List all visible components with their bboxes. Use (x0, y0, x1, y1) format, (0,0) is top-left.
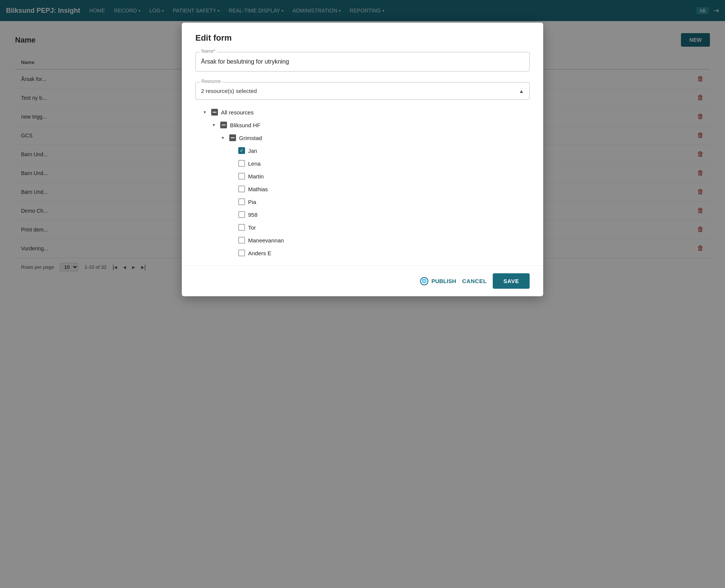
checkbox-bliksund-hf[interactable] (220, 122, 227, 128)
resource-label: Resource (200, 79, 222, 84)
checkbox-all-resources[interactable] (211, 109, 218, 116)
checkbox-maneevannan[interactable] (238, 237, 245, 244)
tree-leaf-anders-e: Anders E (201, 247, 530, 259)
label-grimstad: Grimstad (239, 135, 262, 141)
modal-overlay: Edit form Name* Resource 2 resource(s) s… (0, 0, 725, 588)
label-pia: Pia (248, 199, 256, 205)
label-all-resources: All resources (221, 109, 254, 116)
tree-leaf-tor: Tor (201, 221, 530, 234)
label-958: 958 (248, 212, 257, 218)
tree-node-bliksund-hf: ▾ Bliksund HF (201, 119, 530, 131)
modal-body: Name* Resource 2 resource(s) selected ▲ … (182, 49, 543, 265)
name-label: Name* (200, 49, 217, 54)
globe-icon: 🌐 (420, 277, 428, 285)
label-lena: Lena (248, 160, 260, 167)
checkbox-958[interactable] (238, 211, 245, 218)
name-input[interactable] (195, 52, 530, 72)
tree-leaf-maneevannan: Maneevannan (201, 234, 530, 247)
expand-grimstad-button[interactable]: ▾ (219, 134, 226, 141)
checkbox-martin[interactable] (238, 173, 245, 180)
tree-node-all-resources: ▾ All resources (201, 106, 530, 119)
tree-leaf-jan: Jan (201, 144, 530, 157)
label-anders-e: Anders E (248, 250, 271, 256)
modal-footer: 🌐 PUBLISH CANCEL SAVE (182, 265, 543, 296)
checkbox-pia[interactable] (238, 198, 245, 205)
label-maneevannan: Maneevannan (248, 237, 284, 244)
tree-leaf-958: 958 (201, 208, 530, 221)
resource-dropdown[interactable]: 2 resource(s) selected ▲ (195, 82, 530, 100)
modal-header: Edit form (182, 23, 543, 49)
checkbox-lena[interactable] (238, 160, 245, 167)
save-button[interactable]: SAVE (493, 273, 530, 289)
checkbox-tor[interactable] (238, 224, 245, 231)
name-field-group: Name* (195, 52, 530, 72)
label-mathias: Mathias (248, 186, 268, 192)
cancel-button[interactable]: CANCEL (462, 278, 487, 284)
publish-button[interactable]: 🌐 PUBLISH (420, 277, 456, 285)
tree-leaf-mathias: Mathias (201, 183, 530, 195)
edit-form-modal: Edit form Name* Resource 2 resource(s) s… (182, 23, 543, 296)
modal-title: Edit form (195, 33, 530, 43)
expand-all-resources-button[interactable]: ▾ (201, 109, 208, 116)
checkbox-jan[interactable] (238, 147, 245, 154)
resource-selected-text: 2 resource(s) selected (201, 88, 257, 94)
label-bliksund-hf: Bliksund HF (230, 122, 260, 128)
label-jan: Jan (248, 148, 257, 154)
resource-tree: ▾ All resources ▾ Bliksund HF ▾ Grimstad (195, 103, 530, 265)
tree-leaf-pia: Pia (201, 195, 530, 208)
resource-field-group: Resource 2 resource(s) selected ▲ (195, 82, 530, 100)
checkbox-grimstad[interactable] (229, 134, 236, 141)
tree-node-grimstad: ▾ Grimstad (201, 131, 530, 144)
chevron-up-icon: ▲ (519, 88, 524, 94)
tree-leaf-martin: Martin (201, 170, 530, 183)
label-tor: Tor (248, 224, 256, 231)
expand-bliksund-hf-button[interactable]: ▾ (210, 122, 217, 128)
checkbox-mathias[interactable] (238, 186, 245, 192)
label-martin: Martin (248, 173, 264, 180)
tree-leaf-lena: Lena (201, 157, 530, 170)
checkbox-anders-e[interactable] (238, 250, 245, 256)
